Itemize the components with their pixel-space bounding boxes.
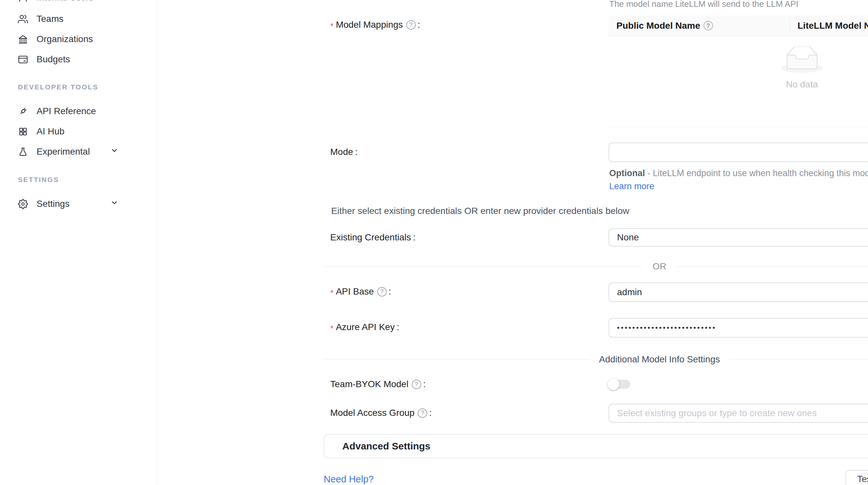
advanced-settings-panel[interactable]: Advanced Settings <box>324 434 868 458</box>
gear-icon <box>18 199 28 209</box>
masked-value: •••••••••••••••••••••••••• <box>617 324 716 332</box>
sidebar-item-label: AI Hub <box>36 126 65 137</box>
sidebar-item-label: Organizations <box>36 34 93 44</box>
mode-label: Mode : <box>330 146 358 158</box>
no-data-text: No data <box>786 79 818 90</box>
divider-title: Additional Model Info Settings <box>599 354 720 365</box>
form-footer: Need Help? Test Connect Add Model <box>324 470 868 485</box>
sidebar-item-label: Budgets <box>36 54 70 65</box>
sidebar-item-teams[interactable]: Teams <box>0 9 157 29</box>
users-icon <box>18 14 28 24</box>
sidebar: Internal Users Teams Organizations Budge… <box>0 0 157 485</box>
question-icon[interactable]: ? <box>377 287 387 296</box>
team-byok-toggle[interactable] <box>609 380 630 389</box>
advanced-settings-title: Advanced Settings <box>342 441 868 452</box>
team-byok-label: Team-BYOK Model ? : <box>330 378 426 390</box>
toggle-knob <box>608 378 619 390</box>
sidebar-item-organizations[interactable]: Organizations <box>0 29 157 49</box>
test-connect-button[interactable]: Test Connect <box>845 470 868 485</box>
credentials-note: Either select existing credentials OR en… <box>331 205 629 217</box>
existing-credentials-label: Existing Credentials : <box>330 232 415 243</box>
sidebar-item-label: Teams <box>36 14 63 24</box>
model-access-group-select[interactable]: Select existing groups or type to create… <box>609 404 868 423</box>
sidebar-item-label: Settings <box>36 199 69 209</box>
model-mappings-table: Public Model Name ? LiteLLM Model Name ?… <box>609 15 868 127</box>
bank-icon <box>18 34 28 44</box>
input-value: admin <box>617 287 642 297</box>
flask-icon <box>18 147 28 157</box>
column-public-model-name: Public Model Name ? <box>609 15 790 36</box>
azure-api-key-label: * Azure API Key : <box>330 321 399 333</box>
user-icon <box>18 0 28 3</box>
or-divider: OR <box>324 261 868 272</box>
additional-settings-divider: Additional Model Info Settings <box>324 354 868 365</box>
question-icon[interactable]: ? <box>418 408 427 418</box>
table-header: Public Model Name ? LiteLLM Model Name ? <box>609 15 868 36</box>
api-plug-icon <box>18 106 28 117</box>
required-asterisk: * <box>330 288 334 298</box>
sidebar-section-settings: SETTINGS <box>18 175 59 185</box>
chevron-down-icon[interactable] <box>110 147 119 157</box>
mode-hint: Optional - LiteLLM endpoint to use when … <box>609 167 868 193</box>
empty-inbox-icon <box>781 46 823 73</box>
sidebar-item-ai-hub[interactable]: AI Hub <box>0 121 157 141</box>
mode-select[interactable] <box>609 142 868 162</box>
or-text: OR <box>653 261 666 272</box>
chevron-down-icon[interactable] <box>110 199 119 209</box>
sidebar-item-budgets[interactable]: Budgets <box>0 49 157 69</box>
sidebar-item-label: Internal Users <box>36 0 93 3</box>
model-name-hint: The model name LiteLLM will send to the … <box>609 0 799 9</box>
grid-icon <box>18 127 28 137</box>
existing-credentials-select[interactable]: None <box>609 228 868 247</box>
question-icon[interactable]: ? <box>406 20 416 30</box>
sidebar-section-developer-tools: DEVELOPER TOOLS <box>18 82 98 92</box>
question-icon[interactable]: ? <box>704 21 713 30</box>
sidebar-item-experimental[interactable]: Experimental <box>0 141 157 162</box>
sidebar-item-internal-users[interactable]: Internal Users <box>0 0 157 7</box>
sidebar-item-api-reference[interactable]: API Reference <box>0 101 157 121</box>
question-icon[interactable]: ? <box>412 380 421 389</box>
sidebar-item-label: API Reference <box>36 106 96 117</box>
azure-api-key-input[interactable]: •••••••••••••••••••••••••• <box>609 318 868 337</box>
learn-more-link[interactable]: Learn more <box>609 181 654 191</box>
selected-value: None <box>617 232 639 243</box>
column-litellm-model-name: LiteLLM Model Name ? <box>790 15 868 36</box>
api-base-label: * API Base ? : <box>330 286 391 297</box>
need-help-link[interactable]: Need Help? <box>324 474 374 485</box>
add-model-form: The model name LiteLLM will send to the … <box>157 0 868 485</box>
sidebar-item-label: Experimental <box>36 147 90 157</box>
api-base-input[interactable]: admin <box>609 283 868 302</box>
table-empty-state: No data <box>609 36 868 127</box>
required-asterisk: * <box>330 324 334 334</box>
optional-badge: Optional <box>609 168 645 178</box>
credit-card-icon <box>18 55 28 65</box>
sidebar-item-settings[interactable]: Settings <box>0 194 157 214</box>
model-access-group-label: Model Access Group ? : <box>330 407 432 419</box>
model-mappings-label: * Model Mappings ? : <box>330 19 420 31</box>
required-asterisk: * <box>330 21 334 31</box>
column-divider <box>790 20 790 32</box>
select-placeholder: Select existing groups or type to create… <box>617 408 817 418</box>
